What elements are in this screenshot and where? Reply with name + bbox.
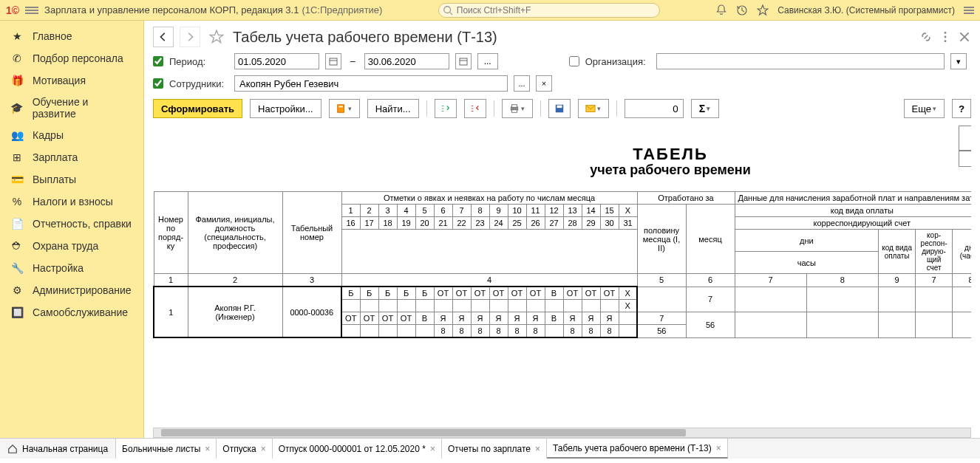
tab-close-icon[interactable]: × xyxy=(205,444,210,454)
more-button[interactable]: Еще ▾ xyxy=(904,99,945,118)
menu-icon[interactable] xyxy=(25,5,38,16)
sidebar-item-self[interactable]: 🔲Самообслуживание xyxy=(0,301,143,323)
day-header: 20 xyxy=(415,217,434,230)
separator xyxy=(426,100,427,117)
day-header: 31 xyxy=(619,217,637,230)
mark-cell xyxy=(600,300,619,312)
close-icon[interactable] xyxy=(958,30,971,44)
report-area[interactable]: Номер документа Дата составления 16.05.2… xyxy=(153,123,971,423)
period-checkbox[interactable] xyxy=(153,56,163,66)
print-button[interactable]: ▾ xyxy=(502,99,533,118)
date-from-input[interactable] xyxy=(234,53,319,69)
period-label: Период: xyxy=(169,56,228,67)
scrollbar-thumb[interactable] xyxy=(161,429,686,436)
day-header: 7 xyxy=(452,205,471,217)
day-header: 21 xyxy=(434,217,452,230)
mark-cell: ОТ xyxy=(489,287,508,300)
org-input[interactable] xyxy=(656,53,945,69)
sidebar-item-hr[interactable]: 👥Кадры xyxy=(0,124,143,146)
window-options-icon[interactable] xyxy=(964,5,974,16)
doc-tab[interactable]: Отпуск 0000-000001 от 12.05.2020 *× xyxy=(273,439,442,459)
sidebar-item-motivation[interactable]: 🎁Мотивация xyxy=(0,69,143,92)
col-num: 6 xyxy=(686,274,735,287)
doc-title-2: учета рабочего времени xyxy=(153,162,971,178)
tab-close-icon[interactable]: × xyxy=(261,444,266,454)
expand-button[interactable] xyxy=(435,99,457,118)
emp-checkbox[interactable] xyxy=(153,78,163,89)
favorite-star-icon[interactable] xyxy=(209,30,224,44)
forward-button[interactable] xyxy=(180,27,200,47)
sb-label: Мотивация xyxy=(33,75,86,86)
sidebar-item-learning[interactable]: 🎓Обучение и развитие xyxy=(0,92,143,124)
mark-cell: Я xyxy=(508,312,526,325)
tab-close-icon[interactable]: × xyxy=(535,444,540,454)
org-checkbox[interactable] xyxy=(569,56,579,66)
link-icon[interactable] xyxy=(919,30,933,44)
emp-label: Сотрудники: xyxy=(169,78,228,89)
settings-button[interactable]: Настройки... xyxy=(250,99,321,118)
period-ellipsis-button[interactable]: ... xyxy=(477,53,498,69)
sidebar-item-safety[interactable]: ⛑Охрана труда xyxy=(0,235,143,257)
sidebar-item-reports[interactable]: 📄Отчетность, справки xyxy=(0,213,143,235)
tabs-bar: Начальная страница Больничные листы×Отпу… xyxy=(0,438,980,459)
home-tab[interactable]: Начальная страница xyxy=(0,439,116,459)
sum-input[interactable] xyxy=(625,99,684,118)
date-dash: – xyxy=(350,56,355,66)
mark-cell: 8 xyxy=(452,325,471,338)
people-icon: 👥 xyxy=(10,128,24,142)
doc-tab[interactable]: Больничные листы× xyxy=(116,439,217,459)
bell-icon[interactable] xyxy=(715,4,727,16)
tab-close-icon[interactable]: × xyxy=(716,443,721,453)
col-num: 4 xyxy=(341,274,637,287)
doc-tab[interactable]: Отчеты по зарплате× xyxy=(442,439,547,459)
help-button[interactable]: ? xyxy=(952,99,971,118)
day-header: 19 xyxy=(397,217,415,230)
history-icon[interactable] xyxy=(736,4,748,16)
sidebar-item-payments[interactable]: 💳Выплаты xyxy=(0,168,143,191)
sidebar-item-settings[interactable]: 🔧Настройка xyxy=(0,257,143,279)
form-button[interactable]: Сформировать xyxy=(153,99,242,118)
mark-cell: Б xyxy=(378,287,397,300)
date-to-picker[interactable] xyxy=(455,53,472,69)
emp-input[interactable] xyxy=(234,75,508,92)
day-header: 4 xyxy=(397,205,415,217)
book-button[interactable]: ▾ xyxy=(329,99,360,118)
star-icon[interactable] xyxy=(757,4,769,16)
sidebar-item-salary[interactable]: ⊞Зарплата xyxy=(0,146,143,168)
sidebar-item-main[interactable]: ★Главное xyxy=(0,25,143,47)
mark-cell: 8 xyxy=(526,325,545,338)
sidebar-item-recruit[interactable]: ✆Подбор персонала xyxy=(0,47,143,69)
sb-label: Главное xyxy=(33,30,72,42)
tab-close-icon[interactable]: × xyxy=(430,444,435,454)
emp-clear-button[interactable]: × xyxy=(536,75,552,92)
more-icon[interactable] xyxy=(939,30,952,44)
pay-cell xyxy=(953,312,971,338)
mark-cell xyxy=(452,300,471,312)
doc-tab[interactable]: Отпуска× xyxy=(217,439,272,459)
mail-button[interactable]: ▾ xyxy=(578,99,609,118)
mark-cell xyxy=(434,300,452,312)
mark-cell: 8 xyxy=(508,325,526,338)
back-button[interactable] xyxy=(153,27,174,47)
th-pay: Данные для начисления заработной плат и … xyxy=(735,192,971,205)
sidebar-item-admin[interactable]: ⚙Администрирование xyxy=(0,279,143,301)
date-from-picker[interactable] xyxy=(325,53,341,69)
sigma-button[interactable]: Σ ▾ xyxy=(691,99,719,118)
mark-cell: Б xyxy=(415,287,434,300)
date-to-input[interactable] xyxy=(364,53,449,69)
search-input[interactable] xyxy=(438,3,660,18)
mark-cell xyxy=(471,300,489,312)
org-dropdown-button[interactable]: ▾ xyxy=(950,53,967,69)
user-name[interactable]: Савинская З.Ю. (Системный программист) xyxy=(777,5,955,16)
collapse-button[interactable] xyxy=(464,99,486,118)
find-button[interactable]: Найти... xyxy=(367,99,419,118)
mark-cell: 8 xyxy=(563,325,582,338)
save-button[interactable] xyxy=(548,99,571,118)
day-header: 28 xyxy=(563,217,582,230)
sidebar-item-tax[interactable]: %Налоги и взносы xyxy=(0,191,143,213)
gear-icon: ⚙ xyxy=(10,284,24,297)
separator xyxy=(540,100,541,117)
horizontal-scrollbar[interactable] xyxy=(153,428,971,438)
emp-ellipsis-button[interactable]: ... xyxy=(514,75,530,92)
doc-tab[interactable]: Табель учета рабочего времени (Т-13)× xyxy=(547,439,728,459)
